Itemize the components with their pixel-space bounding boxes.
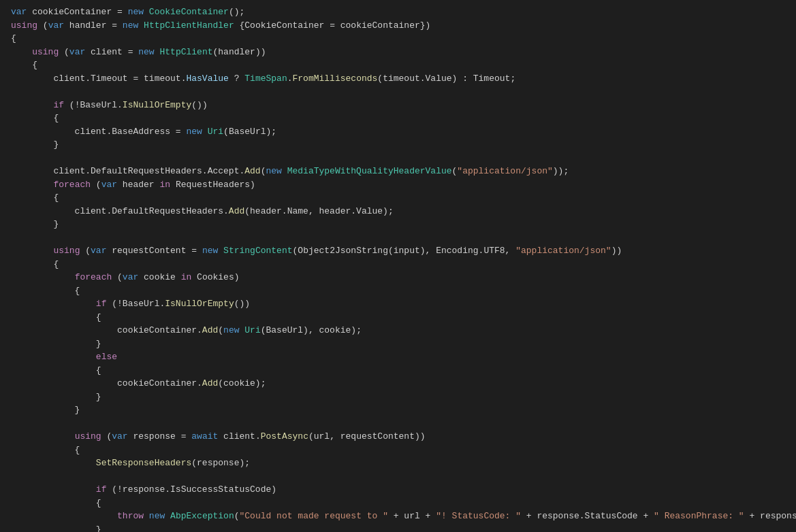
code-line bbox=[0, 231, 796, 245]
code-line: throw new AbpException("Could not made r… bbox=[0, 510, 796, 523]
code-line: { bbox=[0, 191, 796, 205]
code-line: foreach (var header in RequestHeaders) bbox=[0, 178, 796, 192]
code-line: client.DefaultRequestHeaders.Accept.Add(… bbox=[0, 165, 796, 178]
code-line: using (var response = await client.PostA… bbox=[0, 430, 796, 444]
code-line: { bbox=[0, 497, 796, 510]
code-line: cookieContainer.Add(new Uri(BaseUrl), co… bbox=[0, 324, 796, 337]
code-line: { bbox=[0, 258, 796, 271]
code-line: foreach (var cookie in Cookies) bbox=[0, 271, 796, 284]
code-line: using (var client = new HttpClient(handl… bbox=[0, 46, 796, 59]
code-line: { bbox=[0, 364, 796, 378]
code-line: SetResponseHeaders(response); bbox=[0, 456, 796, 470]
code-line: if (!BaseUrl.IsNullOrEmpty()) bbox=[0, 297, 796, 311]
code-line: { bbox=[0, 112, 796, 125]
code-line: using (var requestContent = new StringCo… bbox=[0, 244, 796, 258]
code-line: using (var handler = new HttpClientHandl… bbox=[0, 19, 796, 33]
code-line: { bbox=[0, 59, 796, 72]
code-line bbox=[0, 417, 796, 431]
code-line: cookieContainer.Add(cookie); bbox=[0, 377, 796, 390]
code-line: } bbox=[0, 337, 796, 351]
code-line: { bbox=[0, 444, 796, 457]
code-line: { bbox=[0, 284, 796, 298]
code-line: } bbox=[0, 218, 796, 231]
code-line bbox=[0, 152, 796, 165]
code-line: client.DefaultRequestHeaders.Add(header.… bbox=[0, 205, 796, 218]
code-line: } bbox=[0, 390, 796, 404]
code-line: var cookieContainer = new CookieContaine… bbox=[0, 5, 796, 19]
code-line bbox=[0, 85, 796, 99]
code-line: } bbox=[0, 523, 796, 533]
code-line: } bbox=[0, 403, 796, 417]
code-line bbox=[0, 470, 796, 484]
code-line: if (!response.IsSuccessStatusCode) bbox=[0, 483, 796, 497]
code-line: else bbox=[0, 350, 796, 364]
code-line: client.Timeout = timeout.HasValue ? Time… bbox=[0, 72, 796, 86]
code-line: { bbox=[0, 32, 796, 46]
code-line: client.BaseAddress = new Uri(BaseUrl); bbox=[0, 125, 796, 139]
code-line: if (!BaseUrl.IsNullOrEmpty()) bbox=[0, 99, 796, 112]
code-line: } bbox=[0, 138, 796, 152]
code-line: { bbox=[0, 311, 796, 325]
code-editor: var cookieContainer = new CookieContaine… bbox=[0, 0, 796, 532]
